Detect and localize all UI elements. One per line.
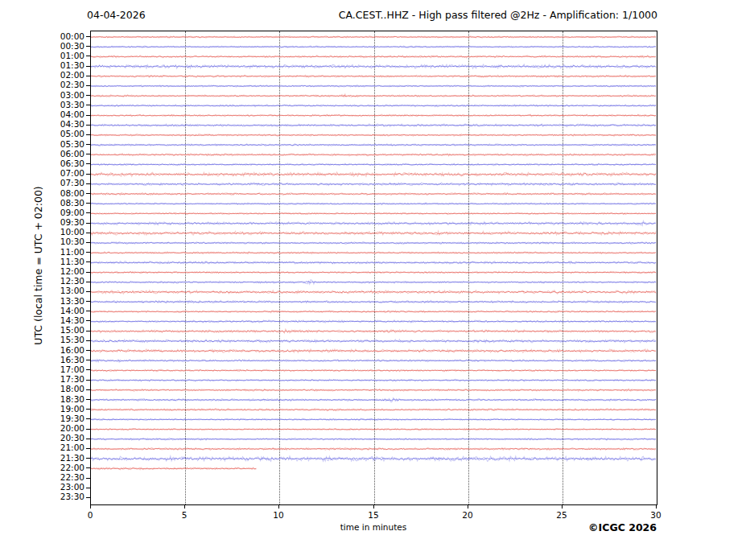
y-tick-label: 21:30 bbox=[33, 454, 84, 463]
x-tick-label: 15 bbox=[357, 510, 389, 520]
y-tick-mark bbox=[86, 174, 90, 175]
y-tick-label: 19:00 bbox=[33, 405, 84, 414]
y-tick-label: 12:00 bbox=[33, 267, 84, 276]
y-tick-mark bbox=[86, 380, 90, 381]
y-tick-mark bbox=[86, 467, 90, 468]
y-tick-label: 13:00 bbox=[33, 286, 84, 295]
y-tick-mark bbox=[86, 488, 90, 488]
y-tick-mark bbox=[86, 301, 90, 302]
y-tick-mark bbox=[86, 212, 90, 213]
y-tick-label: 02:00 bbox=[33, 71, 84, 80]
y-tick-label: 06:00 bbox=[33, 150, 84, 159]
y-tick-label: 22:00 bbox=[33, 463, 84, 472]
y-tick-label: 20:00 bbox=[33, 424, 84, 433]
y-tick-mark bbox=[86, 66, 90, 67]
y-tick-label: 08:00 bbox=[33, 189, 84, 198]
y-tick-label: 10:30 bbox=[33, 237, 84, 246]
y-tick-label: 17:30 bbox=[33, 375, 84, 384]
x-tick-mark bbox=[468, 505, 468, 509]
x-tick-mark bbox=[90, 505, 91, 509]
y-tick-mark bbox=[86, 36, 90, 37]
y-tick-label: 05:00 bbox=[33, 130, 84, 138]
y-tick-mark bbox=[86, 163, 90, 164]
seismogram-traces bbox=[91, 31, 657, 504]
y-tick-mark bbox=[86, 409, 90, 410]
y-tick-mark bbox=[86, 85, 90, 86]
y-tick-label: 23:30 bbox=[33, 492, 84, 501]
y-tick-label: 11:30 bbox=[33, 257, 84, 266]
y-tick-label: 08:30 bbox=[33, 199, 84, 208]
y-tick-label: 06:30 bbox=[33, 159, 84, 168]
y-tick-mark bbox=[86, 183, 90, 184]
y-tick-mark bbox=[86, 46, 90, 47]
helicorder-figure: 04-04-2026 CA.CEST..HHZ - High pass filt… bbox=[0, 0, 746, 560]
x-tick-mark bbox=[562, 505, 563, 509]
y-tick-label: 01:30 bbox=[33, 61, 84, 70]
y-tick-label: 16:30 bbox=[33, 356, 84, 364]
y-tick-label: 17:00 bbox=[33, 365, 84, 374]
y-tick-mark bbox=[86, 458, 90, 459]
y-tick-label: 09:00 bbox=[33, 208, 84, 217]
y-tick-mark bbox=[86, 350, 90, 351]
y-tick-mark bbox=[86, 399, 90, 400]
y-tick-mark bbox=[86, 429, 90, 430]
y-tick-mark bbox=[86, 154, 90, 154]
y-tick-mark bbox=[86, 56, 90, 56]
y-tick-mark bbox=[86, 331, 90, 331]
x-tick-label: 5 bbox=[168, 510, 200, 520]
y-tick-label: 07:30 bbox=[33, 179, 84, 187]
y-tick-mark bbox=[86, 340, 90, 341]
y-tick-mark bbox=[86, 418, 90, 419]
y-tick-mark bbox=[86, 223, 90, 224]
y-tick-mark bbox=[86, 311, 90, 311]
y-tick-mark bbox=[86, 144, 90, 145]
y-tick-label: 13:30 bbox=[33, 297, 84, 306]
y-tick-label: 23:00 bbox=[33, 483, 84, 492]
y-tick-mark bbox=[86, 125, 90, 126]
y-tick-label: 04:00 bbox=[33, 110, 84, 119]
x-tick-label: 0 bbox=[74, 510, 106, 520]
x-tick-mark bbox=[656, 505, 657, 509]
y-tick-label: 12:30 bbox=[33, 277, 84, 286]
plot-area bbox=[90, 31, 657, 505]
y-tick-label: 10:00 bbox=[33, 228, 84, 237]
y-tick-label: 11:00 bbox=[33, 248, 84, 257]
x-tick-mark bbox=[184, 505, 185, 509]
y-tick-label: 22:30 bbox=[33, 473, 84, 482]
y-tick-label: 04:30 bbox=[33, 120, 84, 129]
y-tick-label: 15:00 bbox=[33, 326, 84, 335]
x-axis-label: time in minutes bbox=[325, 522, 422, 533]
y-tick-label: 00:30 bbox=[33, 42, 84, 51]
y-tick-mark bbox=[86, 320, 90, 321]
y-tick-mark bbox=[86, 242, 90, 243]
y-tick-label: 18:00 bbox=[33, 385, 84, 393]
y-tick-label: 09:30 bbox=[33, 218, 84, 227]
y-tick-label: 20:30 bbox=[33, 434, 84, 443]
y-tick-label: 14:30 bbox=[33, 316, 84, 325]
y-tick-mark bbox=[86, 389, 90, 390]
y-tick-mark bbox=[86, 115, 90, 116]
y-tick-mark bbox=[86, 291, 90, 292]
y-tick-mark bbox=[86, 193, 90, 194]
plot-title: CA.CEST..HHZ - High pass filtered @2Hz -… bbox=[339, 9, 657, 21]
y-tick-mark bbox=[86, 282, 90, 282]
y-tick-label: 07:00 bbox=[33, 169, 84, 178]
y-tick-mark bbox=[86, 261, 90, 262]
y-tick-mark bbox=[86, 252, 90, 253]
x-tick-label: 25 bbox=[546, 510, 578, 520]
y-tick-label: 05:30 bbox=[33, 140, 84, 149]
y-tick-mark bbox=[86, 105, 90, 105]
y-tick-mark bbox=[86, 478, 90, 479]
x-tick-label: 10 bbox=[262, 510, 295, 520]
y-tick-mark bbox=[86, 203, 90, 204]
y-tick-label: 03:30 bbox=[33, 101, 84, 109]
y-tick-label: 00:00 bbox=[33, 32, 84, 41]
x-tick-mark bbox=[278, 505, 279, 509]
copyright-label: ©ICGC 2026 bbox=[588, 521, 657, 534]
y-tick-label: 19:30 bbox=[33, 414, 84, 423]
date-label: 04-04-2026 bbox=[87, 9, 146, 21]
y-tick-label: 01:00 bbox=[33, 51, 84, 60]
y-tick-mark bbox=[86, 134, 90, 135]
y-tick-mark bbox=[86, 497, 90, 498]
y-tick-label: 21:00 bbox=[33, 443, 84, 452]
